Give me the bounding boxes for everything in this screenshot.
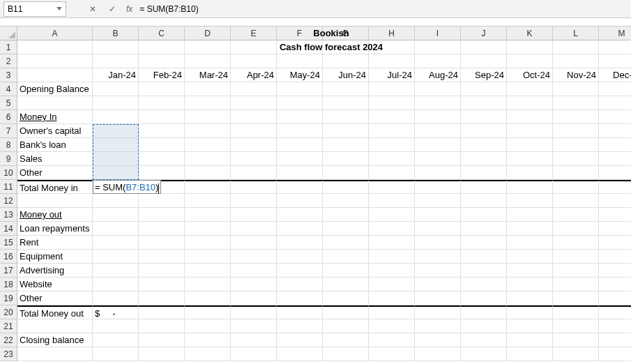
cell-H12[interactable]	[369, 194, 415, 208]
cell-C15[interactable]	[139, 236, 185, 250]
cell-A11[interactable]: Total Money in	[17, 180, 93, 194]
cell-J13[interactable]	[461, 208, 507, 222]
cell-B2[interactable]	[93, 54, 139, 68]
formula-input[interactable]: = SUM(B7:B10)	[139, 4, 198, 14]
cell-J22[interactable]	[461, 333, 507, 347]
cell-A23[interactable]	[17, 347, 93, 361]
cell-H21[interactable]	[369, 319, 415, 333]
cell-C6[interactable]	[139, 110, 185, 124]
cell-G12[interactable]	[323, 194, 369, 208]
cell-B8[interactable]	[93, 138, 139, 152]
cell-E14[interactable]	[231, 222, 277, 236]
cell-C7[interactable]	[139, 124, 185, 138]
cell-F18[interactable]	[277, 278, 323, 291]
cell-G5[interactable]	[323, 96, 369, 110]
cell-L3[interactable]: Nov-24	[553, 68, 599, 82]
cell-D19[interactable]	[185, 291, 231, 305]
cell-I17[interactable]	[415, 264, 461, 278]
cell-F12[interactable]	[277, 194, 323, 208]
cell-E19[interactable]	[231, 291, 277, 305]
cell-G21[interactable]	[323, 319, 369, 333]
cell-G9[interactable]	[323, 152, 369, 166]
cell-E23[interactable]	[231, 347, 277, 361]
cell-F17[interactable]	[277, 264, 323, 278]
cell-M21[interactable]	[599, 319, 631, 333]
cell-J12[interactable]	[461, 194, 507, 208]
cell-D6[interactable]	[185, 110, 231, 124]
cell-E10[interactable]	[231, 166, 277, 180]
cell-F23[interactable]	[277, 347, 323, 361]
cell-K11[interactable]	[507, 180, 553, 194]
cell-L16[interactable]	[553, 250, 599, 264]
cell-H23[interactable]	[369, 347, 415, 361]
cell-C12[interactable]	[139, 194, 185, 208]
cell-L6[interactable]	[553, 110, 599, 124]
row-header-6[interactable]: 6	[0, 110, 17, 124]
cell-K7[interactable]	[507, 124, 553, 138]
cell-B15[interactable]	[93, 236, 139, 250]
cell-A2[interactable]	[17, 54, 93, 68]
row-header-19[interactable]: 19	[0, 291, 17, 305]
cell-D12[interactable]	[185, 194, 231, 208]
cell-L13[interactable]	[553, 208, 599, 222]
cell-M13[interactable]	[599, 208, 631, 222]
cell-I3[interactable]: Aug-24	[415, 68, 461, 82]
cell-F13[interactable]	[277, 208, 323, 222]
cell-K20[interactable]	[507, 305, 553, 319]
cell-C9[interactable]	[139, 152, 185, 166]
cell-J4[interactable]	[461, 82, 507, 96]
cell-E21[interactable]	[231, 319, 277, 333]
cell-A7[interactable]: Owner's capital	[17, 124, 93, 138]
cell-M7[interactable]	[599, 124, 631, 138]
cell-K16[interactable]	[507, 250, 553, 264]
cell-B23[interactable]	[93, 347, 139, 361]
cell-L18[interactable]	[553, 278, 599, 291]
cell-J17[interactable]	[461, 264, 507, 278]
cell-F2[interactable]	[277, 54, 323, 68]
cell-L15[interactable]	[553, 236, 599, 250]
cell-G6[interactable]	[323, 110, 369, 124]
cell-A9[interactable]: Sales	[17, 152, 93, 166]
cell-J14[interactable]	[461, 222, 507, 236]
cell-H20[interactable]	[369, 305, 415, 319]
cell-J6[interactable]	[461, 110, 507, 124]
cell-G13[interactable]	[323, 208, 369, 222]
cell-E8[interactable]	[231, 138, 277, 152]
row-header-2[interactable]: 2	[0, 54, 17, 68]
cell-H3[interactable]: Jul-24	[369, 68, 415, 82]
cell-L5[interactable]	[553, 96, 599, 110]
cell-D21[interactable]	[185, 319, 231, 333]
cell-A6[interactable]: Money In	[17, 110, 93, 124]
row-header-20[interactable]: 20	[0, 305, 17, 319]
cell-F16[interactable]	[277, 250, 323, 264]
cell-L17[interactable]	[553, 264, 599, 278]
cell-B7[interactable]	[93, 124, 139, 138]
cell-J7[interactable]	[461, 124, 507, 138]
cell-H9[interactable]	[369, 152, 415, 166]
cell-D4[interactable]	[185, 82, 231, 96]
cell-L22[interactable]	[553, 333, 599, 347]
cell-G4[interactable]	[323, 82, 369, 96]
cell-E2[interactable]	[231, 54, 277, 68]
cell-L4[interactable]	[553, 82, 599, 96]
cell-D7[interactable]	[185, 124, 231, 138]
cell-C5[interactable]	[139, 96, 185, 110]
row-header-7[interactable]: 7	[0, 124, 17, 138]
cell-M2[interactable]	[599, 54, 631, 68]
cell-B20[interactable]: $-	[93, 305, 139, 319]
cell-J8[interactable]	[461, 138, 507, 152]
cell-H10[interactable]	[369, 166, 415, 180]
cell-D16[interactable]	[185, 250, 231, 264]
cell-I10[interactable]	[415, 166, 461, 180]
cell-K21[interactable]	[507, 319, 553, 333]
cell-G23[interactable]	[323, 347, 369, 361]
cell-M12[interactable]	[599, 194, 631, 208]
cell-L20[interactable]	[553, 305, 599, 319]
cell-H15[interactable]	[369, 236, 415, 250]
cell-I15[interactable]	[415, 236, 461, 250]
cell-E20[interactable]	[231, 305, 277, 319]
cell-M16[interactable]	[599, 250, 631, 264]
cell-G16[interactable]	[323, 250, 369, 264]
cell-I23[interactable]	[415, 347, 461, 361]
cell-E15[interactable]	[231, 236, 277, 250]
